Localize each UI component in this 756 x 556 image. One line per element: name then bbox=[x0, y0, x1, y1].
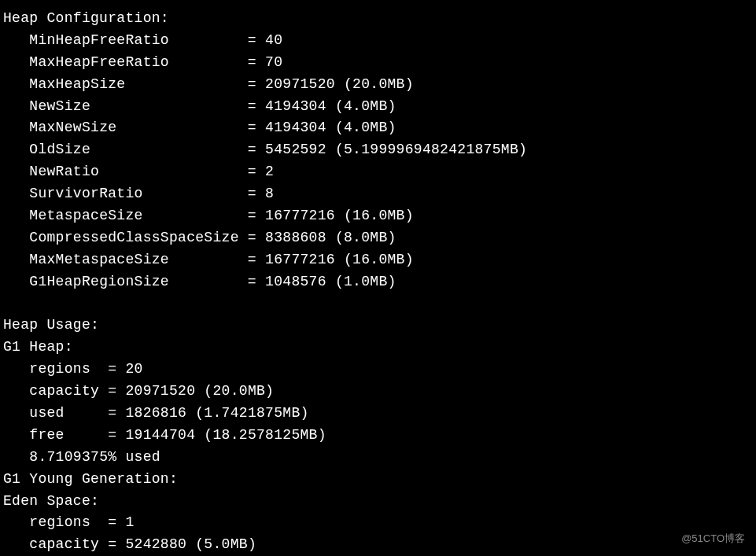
usage-value: 20 bbox=[125, 361, 142, 377]
cfg-row: G1HeapRegionSize = 1048576 (1.0MB) bbox=[3, 271, 753, 293]
cfg-row: CompressedClassSpaceSize = 8388608 (8.0M… bbox=[3, 227, 753, 249]
usage-row: capacity = 5242880 (5.0MB) bbox=[3, 534, 753, 556]
cfg-row: NewRatio = 2 bbox=[3, 161, 753, 183]
heap-config-title: Heap Configuration: bbox=[3, 8, 753, 30]
cfg-label: MinHeapFreeRatio bbox=[29, 32, 169, 48]
cfg-value: 4194304 (4.0MB) bbox=[265, 120, 396, 135]
cfg-value: 1048576 (1.0MB) bbox=[265, 274, 396, 289]
usage-row: regions = 1 bbox=[3, 512, 753, 534]
usage-pct: 8.7109375% used bbox=[3, 447, 753, 469]
usage-value: 20971520 (20.0MB) bbox=[125, 383, 274, 399]
cfg-row: MaxHeapSize = 20971520 (20.0MB) bbox=[3, 74, 753, 96]
usage-label: regions bbox=[29, 514, 90, 530]
usage-value: 19144704 (18.2578125MB) bbox=[125, 427, 326, 443]
usage-row: used = 1826816 (1.7421875MB) bbox=[3, 403, 753, 425]
blank-line bbox=[3, 293, 753, 315]
cfg-row: SurvivorRatio = 8 bbox=[3, 183, 753, 205]
cfg-row: MetaspaceSize = 16777216 (16.0MB) bbox=[3, 205, 753, 227]
cfg-label: MaxHeapFreeRatio bbox=[29, 54, 169, 70]
cfg-row: OldSize = 5452592 (5.1999969482421875MB) bbox=[3, 139, 753, 161]
cfg-label: MetaspaceSize bbox=[29, 208, 142, 223]
cfg-row: NewSize = 4194304 (4.0MB) bbox=[3, 96, 753, 118]
cfg-label: MaxMetaspaceSize bbox=[29, 252, 169, 267]
g1heap-title: G1 Heap: bbox=[3, 337, 753, 359]
usage-label: used bbox=[29, 405, 64, 421]
heap-usage-title: Heap Usage: bbox=[3, 315, 753, 337]
cfg-label: G1HeapRegionSize bbox=[29, 274, 169, 289]
usage-value: 1 bbox=[125, 514, 134, 530]
cfg-label: NewRatio bbox=[29, 164, 99, 179]
usage-label: regions bbox=[29, 361, 90, 377]
eden-title: Eden Space: bbox=[3, 491, 753, 513]
cfg-row: MaxNewSize = 4194304 (4.0MB) bbox=[3, 117, 753, 139]
usage-label: capacity bbox=[29, 383, 99, 399]
cfg-value: 16777216 (16.0MB) bbox=[265, 208, 414, 223]
cfg-value: 5452592 (5.1999969482421875MB) bbox=[265, 142, 527, 157]
cfg-label: MaxNewSize bbox=[29, 120, 116, 135]
cfg-label: CompressedClassSpaceSize bbox=[29, 230, 238, 245]
watermark: @51CTO博客 bbox=[681, 531, 745, 547]
usage-label: capacity bbox=[29, 536, 99, 552]
usage-row: capacity = 20971520 (20.0MB) bbox=[3, 381, 753, 403]
cfg-label: OldSize bbox=[29, 142, 90, 157]
young-gen-title: G1 Young Generation: bbox=[3, 469, 753, 491]
cfg-value: 16777216 (16.0MB) bbox=[265, 252, 414, 267]
usage-value: 1826816 (1.7421875MB) bbox=[125, 405, 308, 421]
cfg-row: MaxHeapFreeRatio = 70 bbox=[3, 52, 753, 74]
cfg-label: SurvivorRatio bbox=[29, 186, 142, 201]
cfg-value: 8388608 (8.0MB) bbox=[265, 230, 396, 245]
cfg-row: MinHeapFreeRatio = 40 bbox=[3, 30, 753, 52]
cfg-label: NewSize bbox=[29, 98, 90, 114]
cfg-value: 40 bbox=[265, 32, 282, 48]
usage-row: regions = 20 bbox=[3, 359, 753, 381]
cfg-value: 20971520 (20.0MB) bbox=[265, 76, 414, 92]
cfg-row: MaxMetaspaceSize = 16777216 (16.0MB) bbox=[3, 249, 753, 271]
cfg-value: 4194304 (4.0MB) bbox=[265, 98, 396, 114]
cfg-label: MaxHeapSize bbox=[29, 76, 125, 92]
cfg-value: 70 bbox=[265, 54, 282, 70]
pct-used: 8.7109375% used bbox=[29, 449, 160, 465]
usage-label: free bbox=[29, 427, 64, 443]
usage-row: free = 19144704 (18.2578125MB) bbox=[3, 425, 753, 447]
cfg-value: 8 bbox=[265, 186, 274, 201]
usage-value: 5242880 (5.0MB) bbox=[125, 536, 256, 552]
cfg-value: 2 bbox=[265, 164, 274, 179]
